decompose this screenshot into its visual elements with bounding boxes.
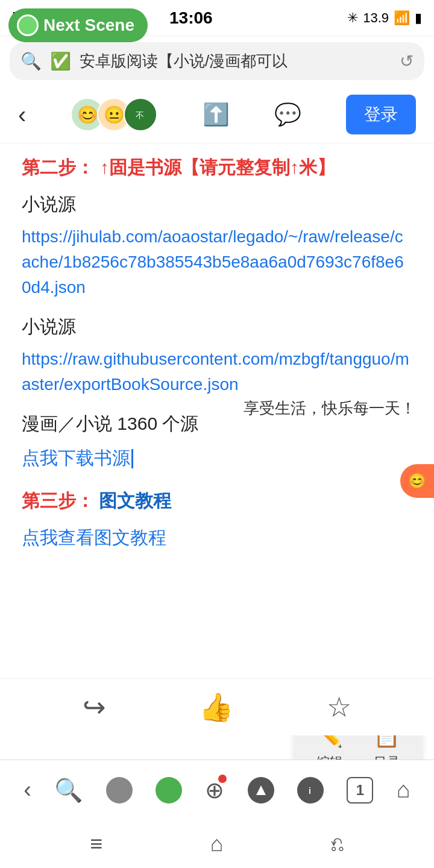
bluetooth-icon: ✳ — [347, 10, 358, 26]
share-action-icon[interactable]: ↪ — [83, 691, 106, 723]
nav-plus-icon[interactable]: ⊕ — [205, 777, 224, 804]
nav-back-icon[interactable]: ‹ — [24, 777, 31, 803]
svg-marker-2 — [256, 785, 266, 795]
action-bar: ↪ 👍 ☆ — [0, 678, 434, 735]
signal-strength: 13.9 — [363, 10, 389, 26]
status-time: 13:06 — [169, 8, 213, 28]
sys-menu-icon[interactable]: ≡ — [90, 831, 102, 857]
next-scene-label: Next Scene — [43, 16, 134, 35]
step2-highlight: ↑固是书源【请元整复制↑米】 — [100, 156, 335, 180]
nav-dark-circle[interactable] — [248, 777, 274, 804]
browser-bottom-nav: ‹ 🔍 ⊕ i 1 ⌂ — [0, 760, 434, 820]
nav-dot-indicator — [218, 775, 227, 783]
refresh-icon[interactable]: ↺ — [400, 51, 414, 71]
avatar-3: 不 — [124, 98, 157, 131]
address-bar-container: 🔍 ✅ 安卓版阅读【小说/漫画都可以 ↺ — [0, 36, 434, 86]
search-icon: 🔍 — [20, 51, 42, 71]
browser-nav-bar: ‹ 😊 😐 不 ⬆️ 💬 登录 — [0, 86, 434, 143]
floating-text: 享受生活，快乐每一天！ — [244, 398, 416, 419]
nav-info-icon[interactable]: i — [297, 777, 324, 804]
avatar-group: 😊 😐 不 — [71, 98, 157, 131]
address-bar-text: 安卓版阅读【小说/漫画都可以 — [80, 51, 391, 72]
login-button[interactable]: 登录 — [346, 95, 416, 134]
download-link[interactable]: 点我下载书源 — [22, 446, 133, 471]
star-action-icon[interactable]: ☆ — [327, 691, 351, 723]
like-action-icon[interactable]: 👍 — [199, 691, 233, 723]
back-button[interactable]: ‹ — [18, 101, 26, 128]
step2-label: 第二步： — [22, 156, 94, 180]
system-nav: ≡ ⌂ ⎌ — [0, 820, 434, 868]
novel-source-label-2: 小说源 — [22, 315, 412, 339]
next-scene-circle-icon — [17, 14, 39, 36]
page-content: 第二步： ↑固是书源【请元整复制↑米】 小说源 https://jihulab.… — [0, 143, 434, 574]
download-link-text: 点我下载书源 — [22, 446, 130, 471]
svg-text:不: 不 — [136, 110, 144, 120]
novel-source-url-2[interactable]: https://raw.githubusercontent.com/mzbgf/… — [22, 347, 412, 397]
nav-tab-count[interactable]: 1 — [347, 777, 373, 804]
address-bar[interactable]: 🔍 ✅ 安卓版阅读【小说/漫画都可以 ↺ — [10, 42, 424, 80]
nav-green-circle[interactable] — [156, 777, 182, 804]
step2-heading: 第二步： ↑固是书源【请元整复制↑米】 — [22, 156, 412, 180]
wifi-icon: 📶 — [394, 10, 410, 26]
novel-source-url-1[interactable]: https://jihulab.com/aoaostar/legado/~/ra… — [22, 224, 412, 300]
nav-home-icon[interactable]: ⌂ — [397, 777, 410, 803]
step3-label: 第三步： — [22, 491, 94, 511]
battery-icon: ▮ — [415, 10, 422, 26]
nav-search-icon[interactable]: 🔍 — [54, 777, 83, 804]
security-icon: ✅ — [50, 51, 71, 71]
comment-button[interactable]: 💬 — [274, 102, 301, 127]
floating-circle-icon: 😊 — [408, 473, 426, 489]
novel-source-label-1: 小说源 — [22, 192, 412, 217]
floating-circle[interactable]: 😊 — [400, 464, 434, 498]
status-right: ✳ 13.9 📶 ▮ — [347, 10, 422, 26]
step3-link[interactable]: 点我查看图文教程 — [22, 526, 412, 550]
share-button[interactable]: ⬆️ — [203, 102, 230, 127]
step3-highlight: 图文教程 — [99, 491, 171, 511]
next-scene-button[interactable]: Next Scene — [8, 8, 148, 42]
nav-gray-circle[interactable] — [106, 777, 133, 804]
sys-home-icon[interactable]: ⌂ — [210, 831, 224, 857]
svg-text:i: i — [309, 786, 311, 796]
step3-heading: 第三步： 图文教程 — [22, 489, 412, 514]
cursor — [131, 449, 133, 468]
sys-back-icon[interactable]: ⎌ — [331, 831, 344, 857]
